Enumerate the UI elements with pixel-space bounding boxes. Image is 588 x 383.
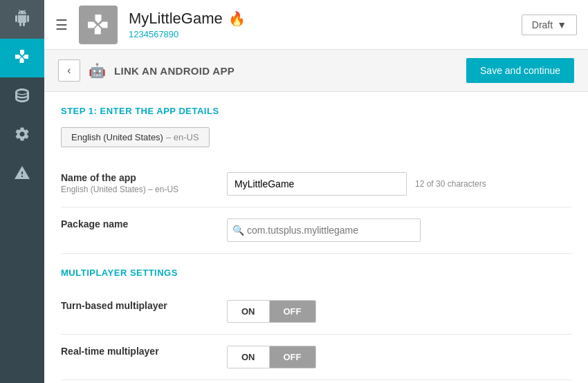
app-id: 1234567890 — [129, 29, 522, 39]
turn-based-label-area: Turn-based multiplayer — [61, 300, 227, 311]
sidebar-item-warning[interactable] — [0, 155, 44, 194]
app-name-label-area: Name of the app English (United States) … — [61, 172, 227, 194]
realtime-label-area: Real-time multiplayer — [61, 346, 227, 357]
app-name-label: Name of the app — [61, 172, 227, 183]
turn-based-on-button[interactable]: ON — [228, 301, 269, 322]
draft-button[interactable]: Draft ▼ — [522, 15, 577, 35]
realtime-row: Real-time multiplayer ON OFF — [61, 335, 571, 380]
sidebar-item-database[interactable] — [0, 77, 44, 116]
sidebar-item-android[interactable] — [0, 0, 44, 39]
lang-label: English (United States) — [71, 132, 163, 142]
settings-icon — [14, 126, 30, 145]
turn-based-toggle: ON OFF — [227, 300, 316, 323]
language-tab[interactable]: English (United States) – en-US — [61, 127, 210, 147]
android-icon — [14, 10, 30, 29]
back-button[interactable]: ‹ — [58, 59, 80, 82]
app-name-row: Name of the app English (United States) … — [61, 161, 571, 207]
app-title: MyLittleGame 🔥 — [129, 10, 522, 28]
realtime-field-area: ON OFF — [227, 346, 571, 368]
flame-icon: 🔥 — [228, 10, 246, 27]
package-name-label-area: Package name — [61, 218, 227, 230]
step-title: STEP 1: ENTER THE APP DETAILS — [61, 106, 571, 116]
content-area: ‹ 🤖 LINK AN ANDROID APP Save and continu… — [44, 50, 588, 383]
android-small-icon: 🤖 — [89, 62, 106, 79]
dropdown-arrow: ▼ — [557, 19, 567, 30]
char-count: 12 of 30 characters — [415, 179, 486, 189]
turn-based-off-button[interactable]: OFF — [270, 301, 315, 322]
realtime-label: Real-time multiplayer — [61, 346, 227, 357]
warning-icon — [14, 165, 30, 184]
menu-button[interactable]: ☰ — [55, 17, 68, 33]
database-icon — [14, 87, 30, 106]
app-name-text: MyLittleGame — [129, 10, 223, 28]
sidebar-item-settings[interactable] — [0, 116, 44, 155]
realtime-toggle: ON OFF — [227, 346, 316, 368]
multiplayer-section: MULTIPLAYER SETTINGS Turn-based multipla… — [61, 254, 571, 380]
app-name-field-area: 12 of 30 characters — [227, 172, 571, 196]
main-area: ☰ MyLittleGame 🔥 1234567890 Draft ▼ ‹ 🤖 … — [44, 0, 588, 383]
app-icon — [79, 6, 118, 44]
realtime-off-button[interactable]: OFF — [270, 346, 315, 368]
realtime-on-button[interactable]: ON — [228, 346, 269, 368]
app-name-input[interactable] — [227, 172, 407, 196]
link-android-title: LINK AN ANDROID APP — [114, 65, 458, 77]
back-icon: ‹ — [67, 64, 71, 77]
sidebar-item-games[interactable] — [0, 39, 44, 77]
package-name-label: Package name — [61, 218, 227, 230]
package-name-input[interactable] — [227, 218, 421, 242]
app-name-sublabel: English (United States) – en-US — [61, 185, 227, 194]
save-continue-button[interactable]: Save and continue — [466, 58, 574, 83]
lang-code: – en-US — [166, 132, 199, 142]
topbar: ☰ MyLittleGame 🔥 1234567890 Draft ▼ — [44, 0, 588, 50]
sidebar — [0, 0, 44, 383]
draft-label: Draft — [532, 19, 553, 30]
turn-based-label: Turn-based multiplayer — [61, 300, 227, 311]
package-name-row: Package name 🔍 — [61, 207, 571, 254]
form-content: STEP 1: ENTER THE APP DETAILS English (U… — [44, 92, 588, 383]
turn-based-field-area: ON OFF — [227, 300, 571, 323]
package-field-area: 🔍 — [227, 218, 571, 242]
turn-based-row: Turn-based multiplayer ON OFF — [61, 289, 571, 335]
games-icon — [14, 48, 30, 68]
package-input-wrap: 🔍 — [227, 218, 421, 242]
app-title-area: MyLittleGame 🔥 1234567890 — [129, 10, 522, 39]
link-android-header: ‹ 🤖 LINK AN ANDROID APP Save and continu… — [44, 50, 588, 92]
multiplayer-title: MULTIPLAYER SETTINGS — [61, 268, 571, 278]
search-icon: 🔍 — [232, 225, 244, 236]
